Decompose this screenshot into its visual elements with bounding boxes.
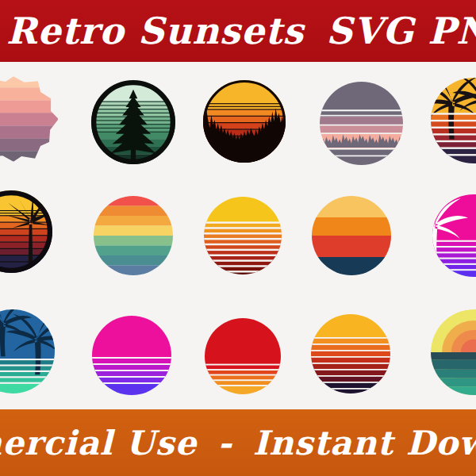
design-misty-treeline-mauve	[320, 82, 403, 165]
footer-dash: -	[217, 424, 232, 463]
design-ocean-ring-sunset	[431, 309, 476, 395]
design-vaporwave-palm-magenta	[432, 194, 476, 277]
design-amber-to-dark-stripes	[311, 314, 390, 393]
design-starburst-gradient	[0, 75, 58, 163]
header-formats: SVG PNG JPG	[326, 10, 476, 52]
design-red-sun-stripes	[205, 318, 281, 394]
design-vaporwave-magenta-purple	[92, 316, 171, 395]
design-classic-retro-sun-amber	[204, 197, 282, 274]
product-preview-image: Retro Sunsets SVG PNG JPG Commercial Use…	[0, 0, 476, 476]
header-banner: Retro Sunsets SVG PNG JPG	[0, 0, 476, 62]
design-rainbow-bands	[94, 196, 173, 275]
footer-banner: Commercial Use - Instant Download	[0, 409, 476, 476]
footer-license-text: Commercial Use	[0, 424, 197, 463]
design-palm-sunset-dark	[431, 78, 476, 163]
design-forest-sunset-outline	[203, 80, 286, 163]
design-thin-palm-sunset-ring	[0, 190, 52, 273]
design-palm-beach-blue	[0, 309, 55, 393]
footer-download-text: Instant Download	[253, 424, 476, 463]
design-pine-forest-green-ring	[91, 80, 175, 164]
header-title: Retro Sunsets	[6, 10, 304, 52]
design-four-band-sunset	[312, 196, 391, 275]
